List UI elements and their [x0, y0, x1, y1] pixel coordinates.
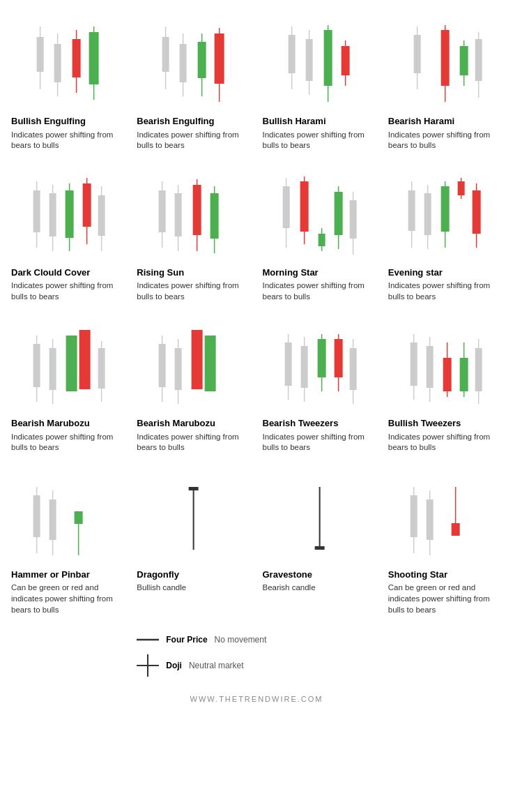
svg-rect-1 — [37, 37, 44, 72]
footer: WWW.THETRENDWIRE.COM — [7, 695, 506, 703]
svg-rect-65 — [441, 186, 449, 232]
bullish-tweezers-chart — [388, 322, 502, 412]
svg-rect-91 — [334, 339, 342, 377]
svg-rect-83 — [205, 336, 216, 391]
pattern-bearish-tweezers: Bearish Tweezers Indicates power shiftin… — [259, 316, 381, 460]
svg-rect-11 — [180, 44, 187, 82]
pattern-desc: Indicates power shifting from bulls to b… — [137, 130, 250, 151]
doji-icon — [137, 654, 159, 677]
pattern-desc: Indicates power shifting from bulls to b… — [263, 130, 376, 151]
svg-rect-53 — [300, 181, 308, 232]
bearish-marubozu2-chart — [137, 322, 250, 412]
pattern-name: Bearish Marubozu — [11, 418, 90, 429]
svg-rect-95 — [410, 343, 417, 386]
svg-rect-67 — [457, 181, 464, 195]
svg-rect-89 — [317, 339, 326, 377]
svg-rect-33 — [33, 190, 40, 232]
svg-rect-7 — [89, 32, 99, 84]
svg-rect-93 — [349, 348, 356, 390]
svg-rect-107 — [49, 499, 56, 540]
svg-rect-29 — [459, 46, 468, 75]
pattern-bullish-harami: Bullish Harami Indicates power shifting … — [259, 14, 381, 158]
svg-rect-61 — [408, 190, 415, 231]
pattern-bullish-tweezers: Bullish Tweezers Indicates power shiftin… — [384, 316, 506, 460]
pattern-name: Bearish Tweezers — [263, 418, 339, 429]
pattern-bearish-marubozu2: Bearish Marubozu Indicates power shiftin… — [132, 316, 254, 460]
legend-doji-desc: Neutral market — [189, 661, 244, 670]
svg-rect-81 — [175, 348, 182, 390]
pattern-bearish-engulfing: Bearish Engulfing Indicates power shifti… — [132, 14, 254, 158]
svg-rect-47 — [193, 185, 201, 235]
pattern-desc: Indicates power shifting from bulls to b… — [11, 280, 125, 302]
svg-rect-82 — [192, 330, 203, 389]
svg-rect-5 — [72, 39, 81, 77]
pattern-desc: Indicates power shifting from bears to b… — [388, 432, 502, 453]
four-price-icon — [137, 635, 159, 645]
pattern-dark-cloud: Dark Clould Cover Indicates power shifti… — [7, 165, 129, 310]
dragonfly-chart — [137, 473, 250, 564]
hammer-chart — [11, 473, 125, 564]
svg-rect-23 — [341, 46, 349, 75]
pattern-name: Rising Sun — [137, 267, 184, 278]
evening-star-chart — [388, 171, 502, 262]
svg-rect-39 — [83, 183, 91, 227]
legend-doji-label: Doji — [166, 661, 182, 670]
svg-rect-74 — [66, 336, 77, 391]
pattern-desc: Indicates power shifting from bulls to b… — [263, 432, 376, 453]
svg-rect-115 — [410, 495, 417, 537]
svg-rect-73 — [49, 348, 56, 390]
pattern-desc: Bullish candle — [137, 582, 186, 594]
svg-rect-99 — [443, 358, 451, 391]
pattern-desc: Indicates power shifting from bears to b… — [137, 432, 250, 453]
svg-rect-117 — [426, 499, 433, 540]
pattern-desc: Indicates power shifting from bears to b… — [263, 280, 376, 302]
gravestone-chart — [263, 473, 376, 564]
pattern-evening-star: Evening star Indicates power shifting fr… — [384, 165, 506, 310]
svg-rect-113 — [314, 546, 324, 550]
svg-rect-87 — [300, 346, 307, 388]
svg-rect-63 — [424, 193, 431, 235]
svg-rect-75 — [79, 330, 91, 389]
pattern-name: Shooting Star — [388, 569, 447, 580]
pattern-hammer: Hammer or Pinbar Can be green or red and… — [7, 467, 129, 622]
pattern-desc: Indicates power shifting from bulls to b… — [11, 432, 125, 453]
morning-star-chart — [263, 171, 376, 262]
svg-rect-31 — [475, 39, 482, 81]
svg-rect-105 — [33, 495, 40, 537]
bottom-section: Hammer or Pinbar Can be green or red and… — [7, 467, 506, 682]
legend-section: Four Price No movement Doji Neutral mark… — [132, 629, 381, 682]
pattern-name: Evening star — [388, 267, 443, 278]
pattern-desc: Indicates power shifting from bears to b… — [388, 130, 502, 151]
svg-rect-57 — [334, 192, 342, 235]
bearish-harami-chart — [388, 20, 502, 110]
pattern-name: Morning Star — [263, 267, 319, 278]
pattern-desc: Bearish candle — [263, 582, 316, 594]
pattern-name: Gravestone — [263, 569, 313, 580]
svg-rect-49 — [210, 193, 219, 239]
dark-cloud-chart — [11, 171, 125, 262]
patterns-grid: Bullish Engulfing Indicates power shifti… — [7, 14, 506, 460]
bullish-engulfing-chart — [11, 20, 125, 110]
pattern-bullish-engulfing: Bullish Engulfing Indicates power shifti… — [7, 14, 129, 158]
rising-sun-chart — [137, 171, 250, 262]
pattern-name: Bullish Harami — [263, 116, 326, 127]
pattern-dragonfly: Dragonfly Bullish candle — [132, 467, 254, 622]
svg-rect-119 — [451, 523, 459, 536]
svg-rect-25 — [413, 35, 420, 73]
pattern-bearish-harami: Bearish Harami Indicates power shifting … — [384, 14, 506, 158]
pattern-desc: Can be green or red and indicates power … — [388, 582, 502, 615]
svg-rect-69 — [472, 190, 480, 234]
pattern-bearish-marubozu1: Bearish Marubozu Indicates power shiftin… — [7, 316, 129, 460]
pattern-name: Dark Clould Cover — [11, 267, 90, 278]
svg-rect-103 — [475, 348, 482, 391]
pattern-shooting-star: Shooting Star Can be green or red and in… — [384, 467, 506, 622]
pattern-rising-sun: Rising Sun Indicates power shifting from… — [132, 165, 254, 310]
svg-rect-71 — [33, 344, 40, 387]
shooting-star-chart — [388, 473, 502, 564]
pattern-name: Dragonfly — [137, 569, 179, 580]
legend-four-price-desc: No movement — [215, 635, 267, 645]
svg-rect-109 — [75, 511, 83, 524]
svg-rect-77 — [98, 348, 105, 389]
bearish-tweezers-chart — [263, 322, 376, 412]
pattern-name: Bearish Marubozu — [137, 418, 215, 429]
